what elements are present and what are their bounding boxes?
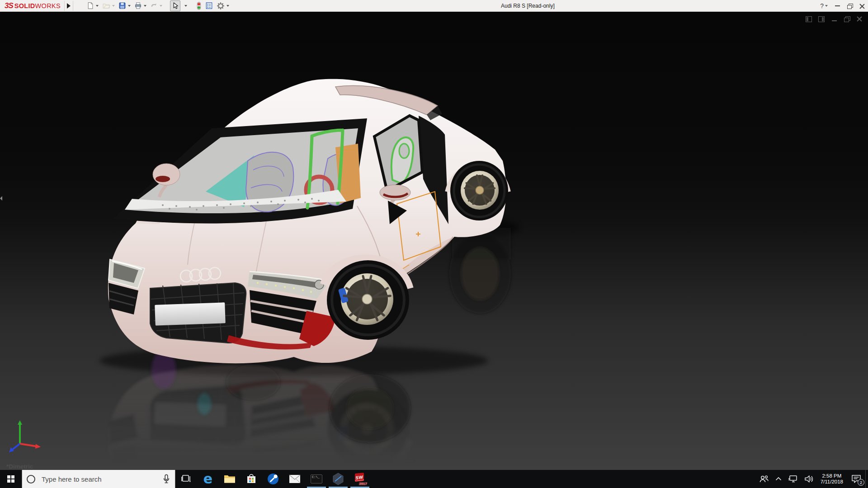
orientation-triad: [5, 416, 45, 457]
restore-icon: [844, 16, 850, 22]
tray-overflow-button[interactable]: [772, 470, 785, 488]
action-center-button[interactable]: 2: [847, 470, 865, 488]
task-view-button[interactable]: [175, 470, 197, 488]
start-button[interactable]: [0, 470, 22, 488]
restore-button[interactable]: [847, 4, 852, 8]
car-reflection: [108, 365, 508, 470]
show-desktop-button[interactable]: [865, 470, 868, 488]
dropdown-arrow-icon: [160, 5, 162, 7]
hexagon-tool-icon: [332, 473, 344, 485]
doc-minimize-button[interactable]: [830, 15, 838, 23]
print-button[interactable]: [133, 0, 148, 11]
taskbar-item-command-prompt[interactable]: C:\_: [306, 470, 327, 488]
pane-right-button[interactable]: [817, 15, 826, 23]
select-dropdown[interactable]: [181, 0, 189, 11]
tray-time: 2:58 PM: [822, 473, 841, 479]
network-button[interactable]: [785, 470, 801, 488]
brand-works: WORKS: [35, 2, 61, 9]
new-document-icon: [86, 2, 94, 9]
front-wheel: [327, 260, 409, 340]
dropdown-arrow-icon[interactable]: [144, 5, 146, 7]
save-button[interactable]: [117, 0, 132, 11]
minimize-button[interactable]: [835, 5, 840, 6]
restore-icon: [847, 4, 852, 8]
taskbar-search[interactable]: Type here to search: [22, 470, 175, 488]
clock[interactable]: 2:58 PM 7/11/2018: [816, 470, 847, 488]
select-tool-button[interactable]: [170, 0, 180, 11]
close-icon: [857, 16, 862, 22]
file-properties-button[interactable]: [204, 0, 214, 11]
taskbar-item-hexagon-tool[interactable]: [327, 470, 349, 488]
graphics-viewport[interactable]: *Dimetric: [0, 12, 868, 470]
select-cursor-icon: [171, 2, 179, 9]
taskbar-item-mail[interactable]: [284, 470, 306, 488]
dropdown-arrow-icon[interactable]: [128, 5, 131, 7]
notification-badge: 2: [858, 479, 864, 486]
tray-date: 7/11/2018: [821, 479, 843, 485]
gear-icon: [217, 2, 225, 10]
pane-left-icon: [806, 16, 812, 22]
open-button[interactable]: [101, 0, 116, 11]
chevron-up-icon: [775, 477, 782, 481]
taskbar-item-support-tool[interactable]: [262, 470, 284, 488]
taskbar-item-store[interactable]: [241, 470, 262, 488]
dropdown-arrow-icon[interactable]: [96, 5, 99, 7]
separator: [73, 1, 73, 11]
minimize-icon: [832, 20, 837, 21]
file-explorer-icon: [224, 474, 236, 484]
solidworks-2017-icon: SW 2017: [354, 473, 366, 485]
window-title: Audi R8 S [Read-only]: [501, 3, 555, 9]
undo-icon: [150, 2, 158, 9]
print-icon: [134, 2, 142, 9]
taskbar-item-file-explorer[interactable]: [219, 470, 241, 488]
dropdown-arrow-icon: [112, 5, 115, 7]
windows-taskbar: Type here to search e C:\_ SW 2017: [0, 470, 868, 488]
dropdown-arrow-icon[interactable]: [184, 5, 187, 7]
search-placeholder: Type here to search: [42, 475, 162, 483]
doc-close-button[interactable]: [855, 15, 863, 23]
store-icon: [246, 474, 257, 484]
taskbar-item-solidworks[interactable]: SW 2017: [349, 470, 371, 488]
task-view-icon: [181, 474, 192, 484]
pane-right-icon: [818, 16, 825, 22]
pane-left-button[interactable]: [805, 15, 813, 23]
file-properties-icon: [205, 2, 213, 9]
brand-solid: SOLID: [14, 2, 35, 9]
new-document-button[interactable]: [85, 0, 100, 11]
ds-logo-icon: 3S: [5, 1, 13, 10]
save-floppy-icon: [118, 2, 126, 9]
microphone-icon[interactable]: [162, 474, 170, 484]
speaker-icon: [804, 475, 813, 483]
wrench-circle-icon: [267, 473, 279, 485]
volume-button[interactable]: [801, 470, 816, 488]
rear-wheel: [450, 161, 508, 221]
feature-panel-collapse-tab[interactable]: [0, 194, 3, 202]
rebuild-button[interactable]: [195, 0, 203, 11]
minimize-icon: [835, 5, 840, 6]
model-canvas[interactable]: [0, 12, 868, 470]
network-icon: [788, 475, 798, 483]
taskbar-item-edge[interactable]: e: [197, 470, 219, 488]
mail-icon: [289, 474, 301, 483]
close-icon: [859, 4, 864, 9]
system-tray: 2:58 PM 7/11/2018 2: [756, 470, 868, 488]
help-button[interactable]: ?: [820, 2, 828, 9]
close-button[interactable]: [859, 4, 864, 9]
license-plate: [155, 302, 226, 325]
document-window-controls: [805, 15, 863, 23]
windows-logo-icon: [7, 475, 14, 483]
people-button[interactable]: [756, 470, 772, 488]
traffic-light-icon: [196, 2, 202, 10]
doc-restore-button[interactable]: [843, 15, 851, 23]
collapse-arrow-icon: [0, 196, 2, 201]
cortana-icon: [27, 475, 35, 483]
options-button[interactable]: [215, 0, 231, 11]
command-prompt-icon: C:\_: [311, 474, 322, 483]
front-grille: [150, 283, 246, 343]
window-controls: ?: [820, 0, 864, 12]
quick-toolbar: [85, 0, 231, 11]
dropdown-arrow-icon[interactable]: [226, 5, 229, 7]
view-orientation-label: *Dimetric: [6, 463, 33, 470]
expand-menu-button[interactable]: [65, 1, 73, 11]
undo-button[interactable]: [149, 0, 164, 11]
